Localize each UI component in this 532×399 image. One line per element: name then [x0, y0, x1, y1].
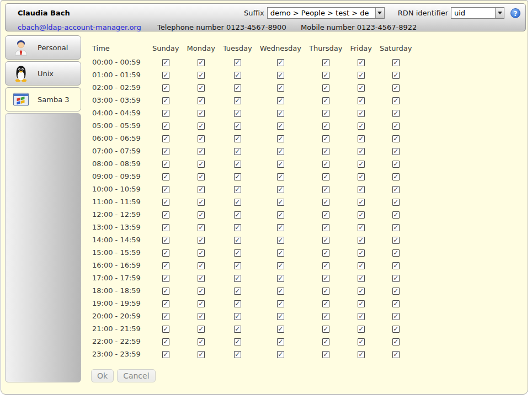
hour-checkbox[interactable]: ✓	[392, 199, 400, 206]
hour-checkbox[interactable]: ✓	[277, 148, 284, 155]
hour-checkbox[interactable]: ✓	[198, 173, 205, 180]
hour-checkbox[interactable]: ✓	[358, 161, 365, 168]
hour-checkbox[interactable]: ✓	[162, 59, 169, 66]
tab-unix[interactable]: Unix	[5, 61, 81, 86]
hour-checkbox[interactable]: ✓	[198, 326, 205, 333]
hour-checkbox[interactable]: ✓	[198, 351, 205, 358]
hour-checkbox[interactable]: ✓	[234, 97, 241, 104]
hour-checkbox[interactable]: ✓	[234, 173, 241, 180]
hour-checkbox[interactable]: ✓	[162, 199, 169, 206]
hour-checkbox[interactable]: ✓	[358, 275, 365, 282]
hour-checkbox[interactable]: ✓	[198, 224, 205, 231]
hour-checkbox[interactable]: ✓	[358, 288, 365, 295]
hour-checkbox[interactable]: ✓	[277, 135, 284, 142]
hour-checkbox[interactable]: ✓	[162, 123, 169, 130]
hour-checkbox[interactable]: ✓	[392, 262, 400, 269]
hour-checkbox[interactable]: ✓	[358, 237, 365, 244]
hour-checkbox[interactable]: ✓	[162, 237, 169, 244]
hour-checkbox[interactable]: ✓	[277, 300, 284, 307]
hour-checkbox[interactable]: ✓	[234, 161, 241, 168]
hour-checkbox[interactable]: ✓	[277, 173, 284, 180]
hour-checkbox[interactable]: ✓	[322, 123, 329, 130]
hour-checkbox[interactable]: ✓	[198, 110, 205, 117]
hour-checkbox[interactable]: ✓	[162, 338, 169, 345]
hour-checkbox[interactable]: ✓	[322, 237, 329, 244]
chevron-down-icon[interactable]	[375, 8, 384, 18]
hour-checkbox[interactable]: ✓	[162, 211, 169, 219]
hour-checkbox[interactable]: ✓	[198, 237, 205, 244]
hour-checkbox[interactable]: ✓	[358, 249, 365, 257]
hour-checkbox[interactable]: ✓	[234, 123, 241, 130]
hour-checkbox[interactable]: ✓	[392, 224, 400, 231]
email-link[interactable]: cbach@ldap-account-manager.org	[18, 23, 141, 31]
hour-checkbox[interactable]: ✓	[198, 72, 205, 79]
hour-checkbox[interactable]: ✓	[162, 300, 169, 307]
hour-checkbox[interactable]: ✓	[234, 211, 241, 219]
hour-checkbox[interactable]: ✓	[162, 72, 169, 79]
hour-checkbox[interactable]: ✓	[358, 186, 365, 193]
hour-checkbox[interactable]: ✓	[392, 161, 400, 168]
hour-checkbox[interactable]: ✓	[392, 148, 400, 155]
hour-checkbox[interactable]: ✓	[322, 211, 329, 219]
hour-checkbox[interactable]: ✓	[322, 72, 329, 79]
hour-checkbox[interactable]: ✓	[358, 224, 365, 231]
hour-checkbox[interactable]: ✓	[277, 123, 284, 130]
hour-checkbox[interactable]: ✓	[322, 59, 329, 66]
hour-checkbox[interactable]: ✓	[162, 97, 169, 104]
hour-checkbox[interactable]: ✓	[322, 313, 329, 320]
hour-checkbox[interactable]: ✓	[162, 161, 169, 168]
hour-checkbox[interactable]: ✓	[162, 249, 169, 257]
hour-checkbox[interactable]: ✓	[198, 84, 205, 92]
hour-checkbox[interactable]: ✓	[198, 123, 205, 130]
hour-checkbox[interactable]: ✓	[234, 148, 241, 155]
hour-checkbox[interactable]: ✓	[322, 97, 329, 104]
hour-checkbox[interactable]: ✓	[322, 186, 329, 193]
hour-checkbox[interactable]: ✓	[162, 326, 169, 333]
hour-checkbox[interactable]: ✓	[322, 224, 329, 231]
hour-checkbox[interactable]: ✓	[162, 275, 169, 282]
hour-checkbox[interactable]: ✓	[277, 262, 284, 269]
hour-checkbox[interactable]: ✓	[277, 97, 284, 104]
hour-checkbox[interactable]: ✓	[198, 186, 205, 193]
hour-checkbox[interactable]: ✓	[162, 186, 169, 193]
hour-checkbox[interactable]: ✓	[392, 351, 400, 358]
hour-checkbox[interactable]: ✓	[322, 84, 329, 92]
hour-checkbox[interactable]: ✓	[358, 338, 365, 345]
hour-checkbox[interactable]: ✓	[392, 275, 400, 282]
hour-checkbox[interactable]: ✓	[234, 59, 241, 66]
hour-checkbox[interactable]: ✓	[392, 135, 400, 142]
hour-checkbox[interactable]: ✓	[358, 300, 365, 307]
hour-checkbox[interactable]: ✓	[234, 186, 241, 193]
hour-checkbox[interactable]: ✓	[277, 161, 284, 168]
hour-checkbox[interactable]: ✓	[322, 148, 329, 155]
hour-checkbox[interactable]: ✓	[358, 313, 365, 320]
hour-checkbox[interactable]: ✓	[358, 351, 365, 358]
hour-checkbox[interactable]: ✓	[162, 173, 169, 180]
hour-checkbox[interactable]: ✓	[277, 224, 284, 231]
hour-checkbox[interactable]: ✓	[198, 262, 205, 269]
hour-checkbox[interactable]: ✓	[234, 262, 241, 269]
hour-checkbox[interactable]: ✓	[198, 275, 205, 282]
hour-checkbox[interactable]: ✓	[322, 173, 329, 180]
hour-checkbox[interactable]: ✓	[392, 237, 400, 244]
hour-checkbox[interactable]: ✓	[322, 161, 329, 168]
hour-checkbox[interactable]: ✓	[277, 186, 284, 193]
hour-checkbox[interactable]: ✓	[392, 123, 400, 130]
hour-checkbox[interactable]: ✓	[162, 110, 169, 117]
hour-checkbox[interactable]: ✓	[358, 135, 365, 142]
hour-checkbox[interactable]: ✓	[392, 300, 400, 307]
hour-checkbox[interactable]: ✓	[234, 72, 241, 79]
hour-checkbox[interactable]: ✓	[277, 199, 284, 206]
hour-checkbox[interactable]: ✓	[392, 313, 400, 320]
hour-checkbox[interactable]: ✓	[392, 326, 400, 333]
hour-checkbox[interactable]: ✓	[162, 135, 169, 142]
help-icon[interactable]: ?	[510, 8, 520, 18]
hour-checkbox[interactable]: ✓	[162, 351, 169, 358]
hour-checkbox[interactable]: ✓	[277, 237, 284, 244]
hour-checkbox[interactable]: ✓	[392, 338, 400, 345]
chevron-down-icon[interactable]	[495, 8, 504, 18]
hour-checkbox[interactable]: ✓	[322, 249, 329, 257]
hour-checkbox[interactable]: ✓	[392, 211, 400, 219]
hour-checkbox[interactable]: ✓	[198, 148, 205, 155]
hour-checkbox[interactable]: ✓	[198, 300, 205, 307]
